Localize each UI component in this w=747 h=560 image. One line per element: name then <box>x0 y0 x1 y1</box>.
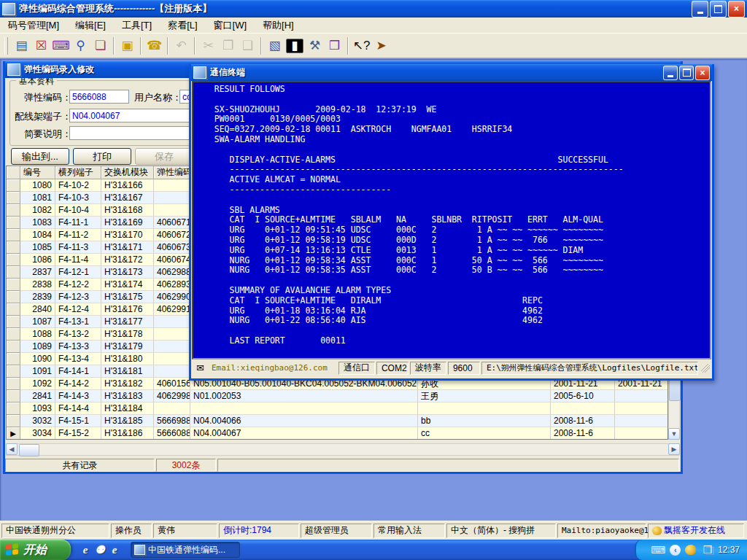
column-header-1[interactable]: 横列端子 <box>55 166 101 179</box>
cell: 1092 <box>20 378 55 390</box>
cell: 2837 <box>20 266 55 279</box>
main-statusbar: 中国铁通朔州分公操作员黄伟倒计时:1794超级管理员常用输入法中文（简体）- 搜… <box>0 521 747 540</box>
scroll-down-arrow[interactable]: ▼ <box>668 428 680 440</box>
menu-item-0[interactable]: 码号管理[M] <box>0 18 67 34</box>
table-row[interactable]: 3032F4-15-1H'31&1855666988N04.004066bb20… <box>7 415 667 427</box>
restore-button[interactable] <box>710 1 727 18</box>
terminal-minimize-button[interactable] <box>663 66 678 80</box>
pet-tray-icon[interactable] <box>685 545 696 555</box>
paste-icon[interactable]: ❑ <box>238 36 258 55</box>
terminal-maximize-button[interactable] <box>679 66 694 80</box>
column-header-3[interactable]: 弹性编码 <box>154 166 190 179</box>
row-selector[interactable] <box>7 365 20 378</box>
start-button[interactable]: 开始 <box>0 540 71 560</box>
scroll-right-arrow[interactable]: ▶ <box>668 443 680 455</box>
save-button[interactable]: 保存 <box>135 148 193 165</box>
row-selector[interactable] <box>7 279 20 291</box>
menu-item-3[interactable]: 察看[L] <box>160 18 205 34</box>
cell: N04.004066 <box>190 415 418 427</box>
comm-terminal-icon[interactable]: ▮ <box>286 39 303 53</box>
column-header-2[interactable]: 交换机模块 <box>101 166 154 179</box>
records-label: 共有记录 <box>5 459 155 472</box>
menu-item-1[interactable]: 编辑[E] <box>67 18 114 34</box>
row-selector[interactable] <box>7 328 20 341</box>
undo-icon[interactable]: ↶ <box>171 36 191 55</box>
row-selector[interactable] <box>7 291 20 303</box>
row-selector[interactable] <box>7 390 20 402</box>
menu-bar: 码号管理[M]编辑[E]工具[T]察看[L]窗口[W]帮助[H] <box>0 18 747 34</box>
search-icon[interactable]: ⚲ <box>71 36 90 55</box>
terminal-close-button[interactable]: × <box>695 66 710 80</box>
browser-icon[interactable]: e <box>107 542 122 557</box>
terminal-screen[interactable]: RESULT FOLLOWS SX-SHUOZHOUHJ 2009-02-18 … <box>192 81 711 359</box>
ie-icon[interactable]: e <box>78 542 93 557</box>
row-selector[interactable] <box>7 204 20 217</box>
column-header-0[interactable]: 编号 <box>20 166 55 179</box>
code-field[interactable] <box>69 90 129 104</box>
menu-item-5[interactable]: 帮助[H] <box>255 18 302 34</box>
resize-grip[interactable] <box>701 364 710 373</box>
context-help-icon[interactable]: ↖? <box>352 36 371 55</box>
row-selector[interactable] <box>7 266 20 279</box>
row-selector[interactable] <box>7 217 20 229</box>
cell: F4-11-2 <box>55 229 101 241</box>
print-button[interactable]: 打印 <box>73 148 131 165</box>
cell: F4-14-3 <box>55 390 101 402</box>
row-selector[interactable]: ▶ <box>7 427 20 440</box>
minimize-button[interactable] <box>692 1 708 18</box>
export-button[interactable]: 输出到... <box>11 148 69 165</box>
export-icon[interactable]: ▣ <box>117 36 137 55</box>
cell: 1093 <box>20 402 55 415</box>
new-record-icon[interactable]: ▤ <box>12 36 31 55</box>
grid-hscrollbar[interactable]: ◀ ▶ <box>6 443 680 456</box>
row-selector[interactable] <box>7 402 20 415</box>
properties-icon[interactable]: ▧ <box>265 36 285 55</box>
cell: 3032 <box>20 415 55 427</box>
exit-icon[interactable]: ➤ <box>371 36 391 55</box>
network-icon[interactable]: ❒ <box>703 545 712 555</box>
hide-icons-chevron[interactable]: ‹ <box>670 545 681 556</box>
keyboard-icon[interactable]: ⌨ <box>651 545 665 555</box>
device-terminal-icon[interactable]: ⌨ <box>51 36 71 55</box>
tools-icon[interactable]: ⚒ <box>305 36 325 55</box>
row-selector[interactable] <box>7 254 20 266</box>
menu-item-2[interactable]: 工具[T] <box>114 18 160 34</box>
cell: F4-11-1 <box>55 217 101 229</box>
cell: 2841 <box>20 390 55 402</box>
row-selector[interactable] <box>7 341 20 353</box>
cell: 2008-11-6 <box>551 415 615 427</box>
task-label: 中国铁通弹性编码... <box>148 544 225 556</box>
help-book-icon[interactable]: ❒ <box>325 36 344 55</box>
cut-icon[interactable]: ✂ <box>198 36 218 55</box>
taskbar-task-button[interactable]: 中国铁通弹性编码... <box>131 542 240 558</box>
cell: H'31&181 <box>101 365 154 378</box>
copy-records-icon[interactable]: ❏ <box>90 36 110 55</box>
row-selector[interactable] <box>7 415 20 427</box>
menu-item-4[interactable]: 窗口[W] <box>206 18 255 34</box>
delete-record-icon[interactable]: ☒ <box>31 36 51 55</box>
row-selector[interactable] <box>7 378 20 390</box>
cell: F4-15-1 <box>55 415 101 427</box>
close-button[interactable]: × <box>728 1 745 18</box>
cell: F4-13-3 <box>55 341 101 353</box>
messenger-icon[interactable]: ⚉ <box>93 542 107 557</box>
row-selector[interactable] <box>7 241 20 254</box>
scroll-left-arrow[interactable]: ◀ <box>6 443 18 455</box>
row-selector[interactable] <box>7 303 20 316</box>
phone-icon[interactable]: ☎ <box>144 36 164 55</box>
row-selector[interactable] <box>7 229 20 241</box>
table-row[interactable]: 2841F4-14-3H'31&1834062998N01.002053王勇20… <box>7 390 667 402</box>
row-selector[interactable] <box>7 353 20 365</box>
table-row[interactable]: 1093F4-14-4H'31&184 <box>7 402 667 415</box>
cell: 5666088 <box>154 427 190 440</box>
row-selector[interactable] <box>7 316 20 328</box>
copy-icon[interactable]: ❐ <box>218 36 238 55</box>
hscroll-thumb[interactable] <box>19 444 39 456</box>
table-row[interactable]: ▶3034F4-15-2H'31&1865666088N04.004067cc2… <box>7 427 667 440</box>
baud-value: 9600 <box>448 362 480 375</box>
status-panel-3: 倒计时:1794 <box>219 524 299 538</box>
row-selector[interactable] <box>7 192 20 204</box>
taskbar: 开始 e⚉e 中国铁通弹性编码... ⌨ ‹ ❒ 12:37 <box>0 540 747 560</box>
cell: 4060671 <box>154 217 190 229</box>
row-selector[interactable] <box>7 179 20 192</box>
